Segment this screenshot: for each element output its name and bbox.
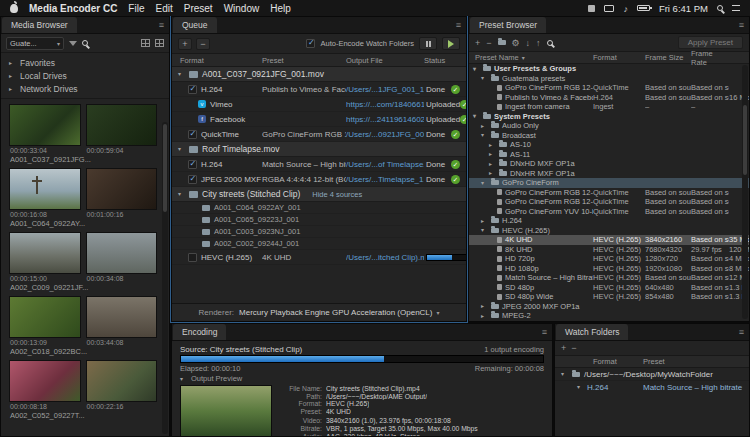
disclosure-triangle-icon[interactable]	[561, 371, 568, 377]
menu-window[interactable]: Window	[224, 3, 260, 14]
menu-preset[interactable]: Preset	[184, 3, 213, 14]
volume-icon[interactable]	[623, 3, 628, 14]
column-status[interactable]: Status	[424, 56, 466, 65]
queue-source-row[interactable]: A001_C037_0921JFG_001.mov	[172, 67, 466, 82]
preset-group-row[interactable]: JPEG 2000 MXF OP1a	[469, 302, 749, 312]
queue-source-row[interactable]: Roof Timelapse.mov	[172, 142, 466, 157]
tab-queue[interactable]: Queue	[173, 17, 217, 33]
preset-settings-gear-icon[interactable]	[512, 38, 520, 48]
chevron-right-icon[interactable]	[489, 170, 496, 176]
app-menu[interactable]: Media Encoder CC	[29, 3, 117, 14]
preset-group-row[interactable]: GoPro CineForm	[469, 178, 749, 188]
preset-row[interactable]: Publish to Vimeo & FacebookH.264Based on…	[469, 93, 749, 103]
output-file-link[interactable]: /Users/...Timelapse_1.mxf	[346, 175, 424, 184]
queue-output-row[interactable]: QuickTime GoPro CineForm RGB 12-... /Use…	[172, 127, 466, 142]
panel-menu-icon[interactable]	[739, 327, 744, 337]
queue-output-row[interactable]: H.264 Publish to Vimeo & Face... /Users/…	[172, 82, 466, 97]
disclosure-triangle-icon[interactable]	[577, 384, 584, 390]
tab-watch-folders[interactable]: Watch Folders	[556, 324, 628, 340]
preset-section-row[interactable]: User Presets & Groups	[469, 64, 749, 74]
delete-preset-button[interactable]	[486, 38, 491, 48]
disclosure-triangle-icon[interactable]	[481, 227, 488, 233]
output-preset[interactable]: Match Source – High bitr...	[262, 160, 346, 169]
preset-group-row[interactable]: H.264	[469, 216, 749, 226]
battery-icon[interactable]	[637, 5, 650, 11]
create-preset-button[interactable]	[475, 38, 480, 48]
auto-encode-checkbox[interactable]	[306, 39, 315, 48]
preset-row[interactable]: GoPro CineForm RGB 12-bitQuickTimeBased …	[469, 197, 749, 207]
chevron-right-icon[interactable]	[481, 313, 488, 319]
column-preset-name[interactable]: Preset Name	[469, 53, 593, 62]
media-clip-thumbnail[interactable]: 00:00:08:18	[9, 360, 81, 410]
tab-preset-browser[interactable]: Preset Browser	[470, 17, 546, 33]
add-source-button[interactable]	[178, 38, 192, 50]
preset-section-row[interactable]: System Presets	[469, 112, 749, 122]
output-checkbox[interactable]	[188, 253, 197, 262]
output-file-link[interactable]: /Users/...itched Clip).mp4	[346, 253, 424, 262]
menu-file[interactable]: File	[128, 3, 144, 14]
chevron-right-icon[interactable]	[489, 161, 496, 167]
preset-row[interactable]: GoPro CineForm RGB 12-bit with alphaQuic…	[469, 188, 749, 198]
chevron-right-icon[interactable]	[9, 60, 16, 66]
preset-search-icon[interactable]	[547, 40, 553, 46]
output-file-link[interactable]: https://...com/184066142	[346, 100, 424, 109]
preset-row[interactable]: 8K UHDHEVC (H.265)7680x432029.97 fps120 …	[469, 245, 749, 255]
stitch-source-row[interactable]: A001_C064_0922AY_001	[172, 202, 466, 214]
preset-row[interactable]: SD 480pHEVC (H.265)640x480Based on sourc…	[469, 283, 749, 293]
search-icon[interactable]	[82, 40, 88, 46]
queue-source-row[interactable]: City streets (Stitched Clip) Hide 4 sour…	[172, 187, 466, 202]
panel-menu-icon[interactable]	[542, 327, 547, 337]
column-output-file[interactable]: Output File	[346, 56, 424, 65]
media-clip-thumbnail[interactable]: 00:00:59:04	[86, 104, 158, 154]
media-clip-thumbnail[interactable]: 00:01:00:16	[86, 168, 158, 218]
watch-output-preset[interactable]: Match Source – High bitrate	[643, 383, 749, 392]
chevron-right-icon[interactable]	[489, 151, 496, 157]
media-clip-thumbnail[interactable]: 00:00:16:08	[9, 168, 81, 218]
preset-group-row[interactable]: AS-11	[469, 150, 749, 160]
queue-output-row[interactable]: Facebook https://...24119614602283 Uploa…	[172, 112, 466, 127]
disclosure-triangle-icon[interactable]	[178, 71, 185, 77]
menubar-clock[interactable]: Fri 6:41 PM	[659, 3, 708, 14]
watch-output-format[interactable]: H.264	[587, 383, 608, 392]
disclosure-triangle-icon[interactable]	[481, 75, 488, 81]
preset-group-row[interactable]: DNxHR MXF OP1a	[469, 169, 749, 179]
display-icon[interactable]	[604, 5, 614, 12]
output-preview-toggle[interactable]: Output Preview	[180, 374, 544, 383]
add-watch-folder-button[interactable]	[561, 343, 566, 353]
menu-edit[interactable]: Edit	[155, 3, 172, 14]
preset-row[interactable]: SD 480p WideHEVC (H.265)854x480Based on …	[469, 292, 749, 302]
disclosure-triangle-icon[interactable]	[481, 180, 488, 186]
output-file-link[interactable]: /Users/...1JFG_001_1.mp4	[346, 85, 424, 94]
output-file-link[interactable]: /Users/...0921JFG_001.mov	[346, 130, 424, 139]
stitch-source-row[interactable]: A001_C065_09223J_001	[172, 214, 466, 226]
start-queue-button[interactable]	[442, 37, 460, 50]
output-preset[interactable]: GoPro CineForm RGB 12-...	[262, 130, 346, 139]
queue-output-row[interactable]: JPEG 2000 MXF OP1a RGBA 4:4:4:4 12-bit (…	[172, 172, 466, 187]
media-clip-thumbnail[interactable]: 00:03:44:08	[86, 296, 158, 346]
menu-help[interactable]: Help	[270, 3, 291, 14]
tree-item-local-drives[interactable]: Local Drives	[1, 69, 169, 82]
thumbnail-view-icon[interactable]	[141, 39, 150, 47]
pause-queue-button[interactable]	[419, 37, 437, 50]
preset-group-row[interactable]: Guatemala presets	[469, 74, 749, 84]
stitch-source-row[interactable]: A002_C002_09244J_001	[172, 238, 466, 250]
column-frame-size[interactable]: Frame Size	[645, 53, 691, 62]
disclosure-triangle-icon[interactable]	[178, 191, 185, 197]
preset-group-row[interactable]: Broadcast	[469, 131, 749, 141]
tab-encoding[interactable]: Encoding	[173, 324, 226, 340]
preset-row[interactable]: 4K UHDHEVC (H.265)3840x2160Based on sour…	[469, 235, 749, 245]
tree-item-favorites[interactable]: Favorites	[1, 56, 169, 69]
output-checkbox[interactable]	[188, 130, 197, 139]
stitch-source-row[interactable]: A001_C003_0923NJ_001	[172, 226, 466, 238]
import-preset-icon[interactable]	[526, 38, 531, 48]
spotlight-search-icon[interactable]	[717, 5, 723, 11]
queue-output-row[interactable]: HEVC (H.265) 4K UHD /Users/...itched Cli…	[172, 250, 466, 265]
filter-funnel-icon[interactable]	[69, 41, 77, 46]
output-checkbox[interactable]	[188, 175, 197, 184]
column-format[interactable]: Format	[555, 357, 643, 366]
disclosure-triangle-icon[interactable]	[473, 66, 480, 72]
panel-menu-icon[interactable]	[159, 20, 164, 30]
output-preset[interactable]: Publish to Vimeo & Face...	[262, 85, 346, 94]
new-group-icon[interactable]	[498, 40, 506, 45]
preset-group-row[interactable]: AS-10	[469, 140, 749, 150]
